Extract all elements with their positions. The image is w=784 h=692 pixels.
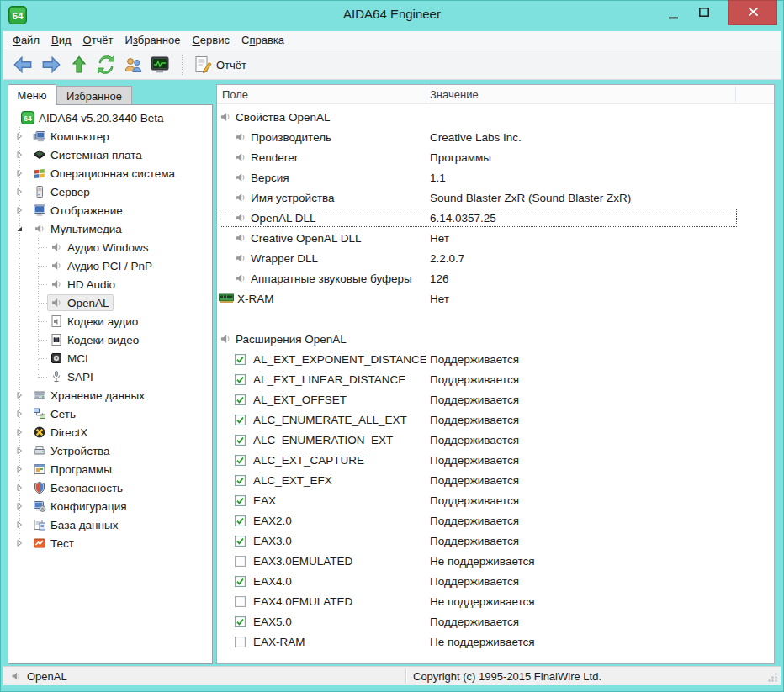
row-creative-openal-dll[interactable]: Creative OpenAL DLLНет xyxy=(217,228,774,248)
report-button[interactable]: Отчёт xyxy=(189,52,250,77)
tree-item-display[interactable]: Отображение xyxy=(8,201,212,219)
checkbox-checked-icon[interactable] xyxy=(235,515,246,526)
row-eax3-0-emulated[interactable]: EAX3.0EMULATEDНе поддерживается xyxy=(217,551,774,571)
row-al-ext-exponent-distance[interactable]: AL_EXT_EXPONENT_DISTANCEПоддерживается xyxy=(217,349,774,369)
tree-item-devices[interactable]: Устройства xyxy=(8,441,212,460)
row-wrapper-dll[interactable]: Wrapper DLL2.2.0.7 xyxy=(217,248,774,268)
checkbox-checked-icon[interactable] xyxy=(235,394,246,405)
menu-help[interactable]: Справка xyxy=(236,31,290,50)
tree-item-audio-windows[interactable]: Аудио Windows xyxy=(8,238,212,256)
expander-collapsed-icon[interactable] xyxy=(15,132,30,140)
tree-item-video-codecs[interactable]: Кодеки видео xyxy=(8,330,212,349)
expander-collapsed-icon[interactable] xyxy=(15,465,30,473)
tree-item-network[interactable]: Сеть xyxy=(8,404,212,423)
column-divider[interactable] xyxy=(735,87,736,102)
checkbox-unchecked-icon[interactable] xyxy=(235,596,246,607)
up-button[interactable] xyxy=(66,52,93,77)
checkbox-checked-icon[interactable] xyxy=(235,495,246,506)
row-eax[interactable]: EAXПоддерживается xyxy=(217,490,774,510)
expander-collapsed-icon[interactable] xyxy=(15,206,30,214)
row-openal-dll[interactable]: OpenAL DLL6.14.0357.25 xyxy=(217,208,774,228)
checkbox-checked-icon[interactable] xyxy=(235,354,246,365)
row-alc-ext-efx[interactable]: ALC_EXT_EFXПоддерживается xyxy=(217,470,774,490)
checkbox-unchecked-icon[interactable] xyxy=(235,556,246,567)
tree-item-server[interactable]: Сервер xyxy=(8,182,212,201)
menu-file[interactable]: Файл xyxy=(7,31,45,50)
checkbox-checked-icon[interactable] xyxy=(235,536,246,547)
row-hardware-sound-buffers[interactable]: Аппаратные звуковые буферы126 xyxy=(217,268,774,288)
row-alc-enumeration-ext[interactable]: ALC_ENUMERATION_EXTПоддерживается xyxy=(217,430,774,450)
checkbox-checked-icon[interactable] xyxy=(235,415,246,425)
row-version[interactable]: Версия1.1 xyxy=(217,167,774,188)
refresh-button[interactable] xyxy=(93,52,119,77)
tab-favorites[interactable]: Избранное xyxy=(56,86,132,105)
tree-item-aida64-root[interactable]: 64AIDA64 v5.20.3440 Beta xyxy=(8,108,212,127)
tree-item-motherboard[interactable]: Системная плата xyxy=(8,145,212,164)
menu-favorites[interactable]: Избранное xyxy=(119,31,187,50)
tree-item-directx[interactable]: DirectX xyxy=(8,423,212,441)
checkbox-checked-icon[interactable] xyxy=(235,576,246,587)
close-button[interactable] xyxy=(728,0,777,25)
row-renderer[interactable]: RendererПрограммы xyxy=(217,147,774,167)
expander-collapsed-icon[interactable] xyxy=(15,151,30,159)
tree-item-audio-codecs[interactable]: Кодеки аудио xyxy=(8,312,212,330)
tab-menu[interactable]: Меню xyxy=(8,84,56,105)
row-alc-ext-capture[interactable]: ALC_EXT_CAPTUREПоддерживается xyxy=(217,450,774,470)
tree-item-programs[interactable]: Программы xyxy=(8,460,212,478)
tree-item-mci[interactable]: MCI xyxy=(8,349,212,367)
column-field[interactable]: Поле xyxy=(222,88,248,101)
expander-collapsed-icon[interactable] xyxy=(15,428,30,436)
tree-item-hd-audio[interactable]: HD Audio xyxy=(8,275,212,293)
tree-item-operating-system[interactable]: Операционная система xyxy=(8,164,212,182)
tree-item-computer[interactable]: Компьютер xyxy=(8,127,212,145)
checkbox-checked-icon[interactable] xyxy=(235,435,246,446)
row-device-name[interactable]: Имя устройстваSound Blaster ZxR (Sound B… xyxy=(217,188,774,208)
row-eax-ram[interactable]: EAX-RAMНе поддерживается xyxy=(217,631,774,652)
expander-collapsed-icon[interactable] xyxy=(15,539,30,547)
row-x-ram[interactable]: X-RAMНет xyxy=(217,288,774,309)
row-alc-enumerate-all-ext[interactable]: ALC_ENUMERATE_ALL_EXTПоддерживается xyxy=(217,409,774,430)
row-eax4-0[interactable]: EAX4.0Поддерживается xyxy=(217,571,774,591)
back-button[interactable] xyxy=(8,52,37,77)
checkbox-checked-icon[interactable] xyxy=(235,455,246,466)
tree-item-audio-pci-pnp[interactable]: Аудио PCI / PnP xyxy=(8,256,212,275)
sensor-monitor-button[interactable] xyxy=(146,52,173,77)
expander-collapsed-icon[interactable] xyxy=(15,520,30,529)
row-al-ext-linear-distance[interactable]: AL_EXT_LINEAR_DISTANCEПоддерживается xyxy=(217,369,774,389)
expander-collapsed-icon[interactable] xyxy=(15,446,30,455)
menu-view[interactable]: Вид xyxy=(45,31,77,50)
tree-item-configuration[interactable]: Конфигурация xyxy=(8,497,212,515)
tree-item-openal[interactable]: OpenAL xyxy=(8,293,212,312)
row-eax2-0[interactable]: EAX2.0Поддерживается xyxy=(217,510,774,531)
checkbox-checked-icon[interactable] xyxy=(235,475,246,486)
column-value[interactable]: Значение xyxy=(430,88,479,101)
expander-collapsed-icon[interactable] xyxy=(15,483,30,492)
maximize-button[interactable] xyxy=(691,0,717,25)
tree-item-sapi[interactable]: SAPI xyxy=(8,367,212,386)
expander-collapsed-icon[interactable] xyxy=(15,188,30,196)
row-al-ext-offset[interactable]: AL_EXT_OFFSETПоддерживается xyxy=(217,389,774,409)
checkbox-checked-icon[interactable] xyxy=(235,374,246,385)
resize-grip[interactable] xyxy=(767,672,778,683)
tree-item-security[interactable]: Безопасность xyxy=(8,478,212,497)
user-profiles-button[interactable] xyxy=(119,52,146,77)
checkbox-checked-icon[interactable] xyxy=(235,616,246,627)
minimize-button[interactable] xyxy=(661,0,686,25)
tree-item-database[interactable]: База данных xyxy=(8,515,212,534)
menu-report[interactable]: Отчёт xyxy=(77,31,119,50)
row-group-1-header[interactable]: Расширения OpenAL xyxy=(217,329,774,349)
tree-item-benchmark[interactable]: Тест xyxy=(8,534,212,552)
forward-button[interactable] xyxy=(37,52,66,77)
menu-tools[interactable]: Сервис xyxy=(186,31,236,50)
tree-item-multimedia[interactable]: Мультимедиа xyxy=(8,219,212,238)
expander-collapsed-icon[interactable] xyxy=(15,391,30,399)
expander-collapsed-icon[interactable] xyxy=(15,169,30,177)
expander-collapsed-icon[interactable] xyxy=(15,502,30,510)
column-divider[interactable] xyxy=(426,87,426,102)
row-group-0-header[interactable]: Свойства OpenAL xyxy=(217,107,774,127)
row-eax3-0[interactable]: EAX3.0Поддерживается xyxy=(217,531,774,551)
row-eax4-0-emulated[interactable]: EAX4.0EMULATEDНе поддерживается xyxy=(217,591,774,611)
row-eax5-0[interactable]: EAX5.0Поддерживается xyxy=(217,611,774,631)
tree-item-storage[interactable]: Хранение данных xyxy=(8,386,212,404)
expander-collapsed-icon[interactable] xyxy=(15,409,30,418)
